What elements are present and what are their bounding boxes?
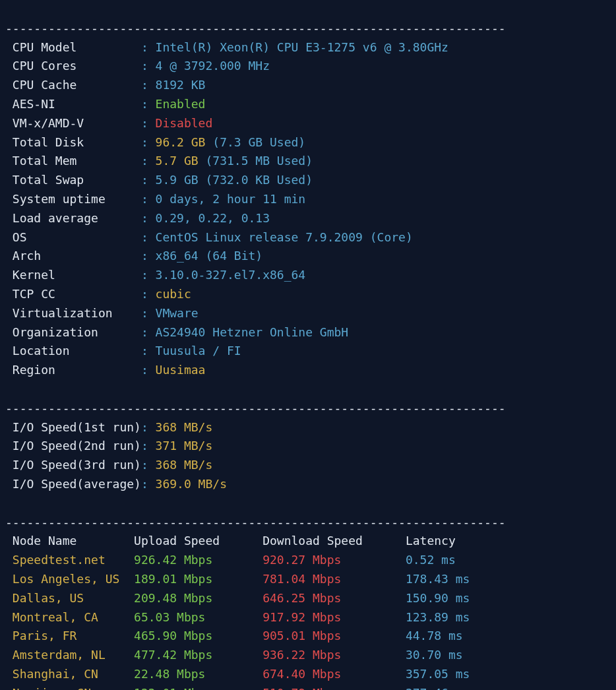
speedtest-row: Dallas, US 209.48 Mbps 646.25 Mbps 150.9… [5,589,611,608]
sysinfo-value-part: AS24940 Hetzner Online GmbH [156,325,349,339]
colon-separator: : [141,135,156,149]
speedtest-upload: 477.42 Mbps [134,648,262,662]
iospeed-value: 369.0 MB/s [156,477,227,491]
sysinfo-value-part: 0.29, 0.22, 0.13 [156,211,270,225]
sysinfo-row: Location : Tuusula / FI [5,342,611,361]
sysinfo-value-part: 5.9 GB (732.0 KB Used) [156,173,313,187]
divider-io: ----------------------------------------… [5,401,506,415]
colon-separator: : [141,173,156,187]
sysinfo-label: CPU Cores [5,59,141,73]
sysinfo-value-part: 96.2 [156,135,191,149]
sysinfo-row: CPU Cores : 4 @ 3792.000 MHz [5,57,611,76]
speedtest-node: Speedtest.net [5,553,134,567]
sysinfo-value-part: Intel(R) Xeon(R) CPU E3-1275 v6 @ 3.80GH… [156,40,448,54]
sysinfo-value-part: x86_64 (64 Bit) [156,249,263,263]
speedtest-header-node: Node Name [5,534,134,548]
colon-separator: : [141,268,156,282]
sysinfo-row: Load average : 0.29, 0.22, 0.13 [5,209,611,228]
speedtest-upload: 122.01 Mbps [134,686,262,690]
speedtest-upload: 209.48 Mbps [134,591,262,605]
speedtest-download: 917.92 Mbps [262,610,406,624]
sysinfo-value-part: GB [191,135,213,149]
colon-separator: : [141,78,156,92]
sysinfo-row: Kernel : 3.10.0-327.el7.x86_64 [5,266,611,285]
colon-separator: : [141,211,156,225]
colon-separator: : [141,230,156,244]
speedtest-row: Nanjing, CN 122.01 Mbps 510.79 Mbps 277.… [5,684,611,690]
sysinfo-row: CPU Cache : 8192 KB [5,76,611,95]
iospeed-label: I/O Speed(3rd run) [5,458,141,472]
speedtest-latency: 30.70 ms [406,648,491,662]
speedtest-upload: 465.90 Mbps [134,629,262,643]
system-info-block: CPU Model : Intel(R) Xeon(R) CPU E3-1275… [5,38,611,380]
sysinfo-label: VM-x/AMD-V [5,116,141,130]
speedtest-upload: 189.01 Mbps [134,572,262,586]
speedtest-node: Los Angeles, US [5,572,134,586]
sysinfo-label: Organization [5,325,141,339]
speedtest-node: Nanjing, CN [5,686,134,690]
speedtest-node: Amsterdam, NL [5,648,134,662]
iospeed-row: I/O Speed(1st run): 368 MB/s [5,418,611,437]
colon-separator: : [141,306,156,320]
speedtest-node: Dallas, US [5,591,134,605]
colon-separator: : [141,477,156,491]
colon-separator: : [141,249,156,263]
speedtest-row: Amsterdam, NL 477.42 Mbps 936.22 Mbps 30… [5,646,611,665]
speedtest-latency: 44.78 ms [406,629,491,643]
speedtest-node: Paris, FR [5,629,134,643]
iospeed-label: I/O Speed(1st run) [5,420,141,434]
sysinfo-row: Region : Uusimaa [5,361,611,380]
sysinfo-value-part: 4 @ 3792.000 MHz [156,59,270,73]
sysinfo-row: OS : CentOS Linux release 7.9.2009 (Core… [5,228,611,247]
sysinfo-label: CPU Model [5,40,141,54]
speedtest-download: 920.27 Mbps [262,553,406,567]
divider-speedtest-top: ----------------------------------------… [5,515,506,529]
sysinfo-label: Total Disk [5,135,141,149]
sysinfo-label: TCP CC [5,287,141,301]
colon-separator: : [141,458,156,472]
sysinfo-label: Location [5,344,141,358]
colon-separator: : [141,116,156,130]
colon-separator: : [141,420,156,434]
sysinfo-label: AES-NI [5,97,141,111]
iospeed-value: 368 MB/s [156,420,213,434]
iospeed-value: 368 MB/s [156,458,213,472]
sysinfo-value-part: GB [184,154,206,168]
sysinfo-row: Virtualization : VMware [5,304,611,323]
speedtest-latency: 0.52 ms [406,553,491,567]
speedtest-download: 781.04 Mbps [262,572,406,586]
sysinfo-value-part: 0 days, 2 hour 11 min [156,192,306,206]
speedtest-row: Montreal, CA 65.03 Mbps 917.92 Mbps 123.… [5,608,611,627]
io-speed-block: I/O Speed(1st run): 368 MB/s I/O Speed(2… [5,418,611,494]
sysinfo-value-part: 8192 KB [156,78,206,92]
sysinfo-row: Organization : AS24940 Hetzner Online Gm… [5,323,611,342]
sysinfo-row: TCP CC : cubic [5,285,611,304]
speedtest-node: Shanghai, CN [5,667,134,681]
speedtest-row: Speedtest.net 926.42 Mbps 920.27 Mbps 0.… [5,551,611,570]
colon-separator: : [141,154,156,168]
iospeed-row: I/O Speed(3rd run): 368 MB/s [5,456,611,475]
colon-separator: : [141,344,156,358]
colon-separator: : [141,40,156,54]
sysinfo-label: Total Mem [5,154,141,168]
sysinfo-label: Total Swap [5,173,141,187]
colon-separator: : [141,192,156,206]
sysinfo-value-part: Tuusula / FI [156,344,241,358]
colon-separator: : [141,325,156,339]
speedtest-header-upload: Upload Speed [134,534,262,548]
iospeed-label: I/O Speed(average) [5,477,141,491]
speedtest-latency: 277.46 ms [406,686,491,690]
sysinfo-value-part: cubic [156,287,191,301]
sysinfo-row: CPU Model : Intel(R) Xeon(R) CPU E3-1275… [5,38,611,57]
iospeed-row: I/O Speed(average): 369.0 MB/s [5,475,611,494]
speedtest-upload: 22.48 Mbps [134,667,262,681]
sysinfo-row: System uptime : 0 days, 2 hour 11 min [5,190,611,209]
sysinfo-row: Arch : x86_64 (64 Bit) [5,247,611,266]
speedtest-node: Montreal, CA [5,610,134,624]
sysinfo-row: Total Mem : 5.7 GB (731.5 MB Used) [5,152,611,171]
speedtest-latency: 357.05 ms [406,667,491,681]
sysinfo-label: Load average [5,211,141,225]
colon-separator: : [141,287,156,301]
speedtest-download: 510.79 Mbps [262,686,406,690]
sysinfo-label: CPU Cache [5,78,141,92]
